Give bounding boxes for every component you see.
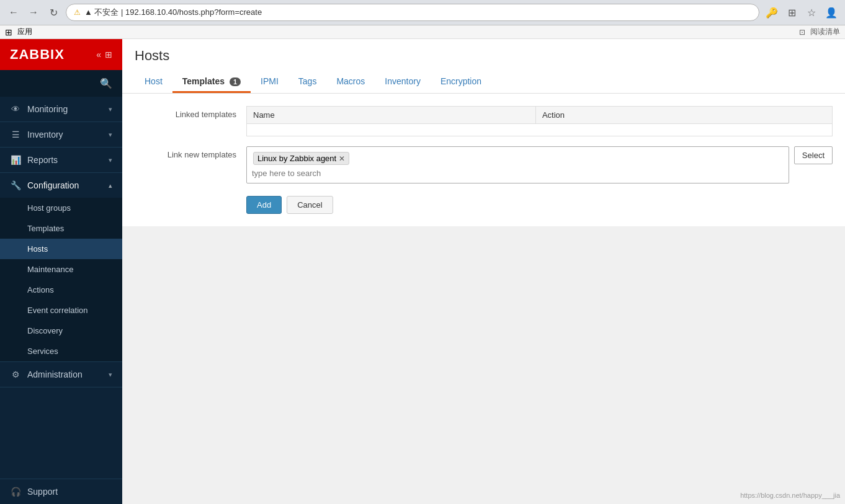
chevron-right-icon-2: ▾ <box>109 131 112 139</box>
cancel-button[interactable]: Cancel <box>287 196 333 214</box>
configuration-icon: 🔧 <box>10 180 21 190</box>
browser-nav-buttons: ← → ↻ <box>5 4 62 21</box>
reports-icon: 📊 <box>10 155 21 165</box>
templates-badge: 1 <box>230 77 241 86</box>
form-actions: Add Cancel <box>135 196 833 214</box>
sidebar-item-reports[interactable]: 📊 Reports ▾ <box>0 148 122 172</box>
collapse-icon[interactable]: « <box>96 50 101 60</box>
password-icon[interactable]: 🔑 <box>763 4 780 21</box>
nav-section-configuration: 🔧 Configuration ▴ Host groups Templates … <box>0 173 122 362</box>
form-content: Linked templates Name Action <box>122 94 845 226</box>
linked-templates-table: Name Action <box>246 106 833 136</box>
sidebar-item-label-monitoring: Monitoring <box>27 104 102 114</box>
linked-templates-label: Linked templates <box>135 106 246 119</box>
chevron-right-icon-3: ▾ <box>109 156 112 164</box>
url-text: ▲ 不安全 | 192.168.10.40/hosts.php?form=cre… <box>84 7 262 18</box>
back-button[interactable]: ← <box>5 4 22 21</box>
sidebar: ZABBIX « ⊞ 🔍 👁 Monitoring ▾ <box>0 39 122 504</box>
profile-icon[interactable]: 👤 <box>823 4 840 21</box>
page-header: Hosts Host Templates 1 IPMI Tags Macros … <box>122 39 845 94</box>
link-new-templates-label: Link new templates <box>135 146 246 159</box>
nav-section-inventory: ☰ Inventory ▾ <box>0 122 122 148</box>
table-empty-row <box>247 124 833 136</box>
chevron-right-icon-4: ▾ <box>109 371 112 379</box>
sidebar-item-host-groups[interactable]: Host groups <box>0 198 122 218</box>
template-input-wrap: Linux by Zabbix agent ✕ Select <box>246 146 833 183</box>
sidebar-item-maintenance[interactable]: Maintenance <box>0 259 122 280</box>
action-column-header: Action <box>535 107 832 124</box>
sidebar-bottom: 🎧 Support <box>0 479 122 504</box>
sidebar-item-label-reports: Reports <box>27 155 102 165</box>
template-search-input[interactable] <box>252 169 784 178</box>
page-title: Hosts <box>135 48 833 64</box>
link-new-templates-row: Link new templates Linux by Zabbix agent… <box>135 146 833 183</box>
configuration-subnav: Host groups Templates Hosts Maintenance … <box>0 198 122 361</box>
sidebar-item-label-support: Support <box>27 487 112 497</box>
sidebar-item-event-correlation[interactable]: Event correlation <box>0 300 122 321</box>
template-tags-box[interactable]: Linux by Zabbix agent ✕ <box>246 146 789 183</box>
tab-host[interactable]: Host <box>135 71 172 93</box>
nav-section-reports: 📊 Reports ▾ <box>0 148 122 173</box>
search-area: 🔍 <box>0 70 122 97</box>
template-tag-label: Linux by Zabbix agent <box>257 154 336 163</box>
name-column-header: Name <box>247 107 536 124</box>
inventory-icon: ☰ <box>10 130 21 139</box>
sidebar-item-discovery[interactable]: Discovery <box>0 321 122 341</box>
forward-button[interactable]: → <box>25 4 42 21</box>
main-content: Hosts Host Templates 1 IPMI Tags Macros … <box>122 39 845 504</box>
address-bar[interactable]: ⚠ ▲ 不安全 | 192.168.10.40/hosts.php?form=c… <box>66 4 759 21</box>
sidebar-item-support[interactable]: 🎧 Support <box>0 479 122 504</box>
sidebar-item-inventory[interactable]: ☰ Inventory ▾ <box>0 122 122 147</box>
bookmark-icon[interactable]: ☆ <box>803 4 820 21</box>
security-icon: ⚠ <box>74 8 81 17</box>
sidebar-item-configuration[interactable]: 🔧 Configuration ▴ <box>0 173 122 198</box>
add-button[interactable]: Add <box>246 196 282 214</box>
select-button[interactable]: Select <box>794 146 833 164</box>
administration-icon: ⚙ <box>10 369 21 379</box>
tab-inventory[interactable]: Inventory <box>375 71 431 93</box>
search-icon[interactable]: 🔍 <box>97 75 115 92</box>
sidebar-item-administration[interactable]: ⚙ Administration ▾ <box>0 362 122 387</box>
logo-controls: « ⊞ <box>96 50 112 60</box>
apps-grid-icon: ⊞ <box>5 27 12 37</box>
tab-navigation: Host Templates 1 IPMI Tags Macros Invent… <box>135 71 833 93</box>
template-tag-linux: Linux by Zabbix agent ✕ <box>253 152 349 165</box>
apps-label: 应用 <box>17 27 32 37</box>
template-tag-remove-icon[interactable]: ✕ <box>339 154 345 163</box>
monitoring-icon: 👁 <box>10 104 21 114</box>
sidebar-item-actions[interactable]: Actions <box>0 280 122 300</box>
tab-encryption[interactable]: Encryption <box>431 71 491 93</box>
linked-templates-row: Linked templates Name Action <box>135 106 833 136</box>
nav-section-administration: ⚙ Administration ▾ <box>0 362 122 387</box>
content-area: Linked templates Name Action <box>122 94 845 504</box>
reload-button[interactable]: ↻ <box>45 4 62 21</box>
browser-chrome: ← → ↻ ⚠ ▲ 不安全 | 192.168.10.40/hosts.php?… <box>0 0 845 25</box>
linked-templates-field: Name Action <box>246 106 833 136</box>
support-icon: 🎧 <box>10 487 21 497</box>
nav-section-monitoring: 👁 Monitoring ▾ <box>0 97 122 122</box>
sidebar-item-templates[interactable]: Templates <box>0 218 122 239</box>
sidebar-item-label-inventory: Inventory <box>27 130 102 139</box>
logo-text: ZABBIX <box>10 46 65 63</box>
reader-label: 阅读清单 <box>810 27 840 37</box>
layout-icon[interactable]: ⊞ <box>105 50 112 60</box>
chevron-down-icon: ▴ <box>109 182 112 190</box>
sidebar-item-monitoring[interactable]: 👁 Monitoring ▾ <box>0 97 122 122</box>
search-wrap: 🔍 <box>7 75 115 92</box>
watermark-text: https://blog.csdn.net/happy___jia <box>740 492 840 499</box>
sidebar-item-services[interactable]: Services <box>0 341 122 361</box>
link-new-templates-field: Linux by Zabbix agent ✕ Select <box>246 146 833 183</box>
system-bar: ⊞ 应用 ⊡ 阅读清单 <box>0 25 845 39</box>
sidebar-item-label-administration: Administration <box>27 369 102 379</box>
tab-macros[interactable]: Macros <box>326 71 375 93</box>
sidebar-item-hosts[interactable]: Hosts <box>0 239 122 259</box>
logo-area: ZABBIX « ⊞ <box>0 39 122 70</box>
reader-icon: ⊡ <box>799 28 805 37</box>
tab-ipmi[interactable]: IPMI <box>251 71 288 93</box>
chevron-right-icon: ▾ <box>109 105 112 113</box>
tab-tags[interactable]: Tags <box>288 71 327 93</box>
translate-icon[interactable]: ⊞ <box>783 4 800 21</box>
tab-templates[interactable]: Templates 1 <box>172 71 251 93</box>
sidebar-item-label-configuration: Configuration <box>27 180 102 190</box>
browser-actions: 🔑 ⊞ ☆ 👤 <box>763 4 840 21</box>
